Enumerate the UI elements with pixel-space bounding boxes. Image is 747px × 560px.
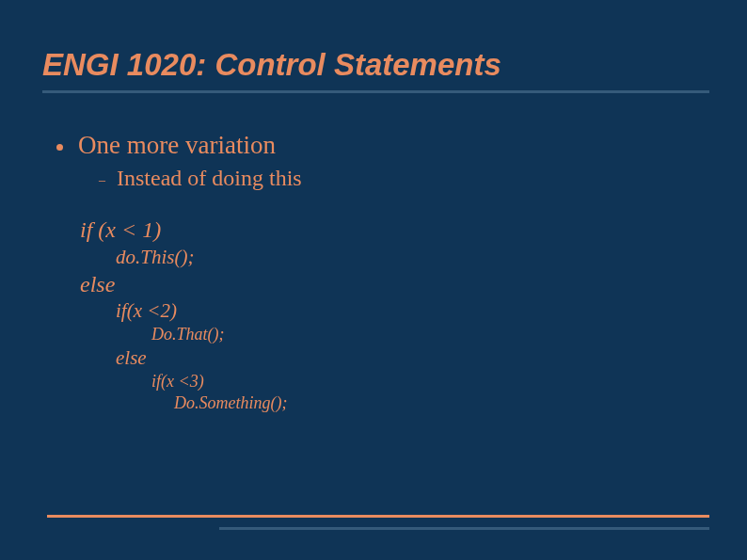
code-line: Do.Something();	[174, 392, 747, 414]
bullet-level-1: One more variation	[56, 131, 747, 160]
footer-decor	[47, 515, 709, 530]
code-line: else	[116, 345, 747, 371]
bullet-text: One more variation	[78, 131, 276, 160]
code-line: if (x < 1)	[80, 216, 747, 245]
slide-content: One more variation – Instead of doing th…	[0, 93, 747, 414]
footer-line-blue	[219, 527, 709, 530]
bullet-level-2: – Instead of doing this	[99, 166, 747, 191]
code-line: do.This();	[116, 245, 747, 270]
code-line: else	[80, 270, 747, 299]
code-block: if (x < 1) do.This(); else if(x <2) Do.T…	[80, 216, 747, 414]
code-line: if(x <3)	[151, 371, 747, 392]
code-line: if(x <2)	[116, 298, 747, 324]
bullet-dot-icon	[56, 144, 63, 151]
bullet-text: Instead of doing this	[117, 166, 302, 191]
footer-line-orange	[47, 515, 709, 518]
code-line: Do.That();	[151, 324, 747, 345]
slide-title: ENGI 1020: Control Statements	[0, 0, 747, 88]
bullet-dash-icon: –	[99, 173, 105, 188]
